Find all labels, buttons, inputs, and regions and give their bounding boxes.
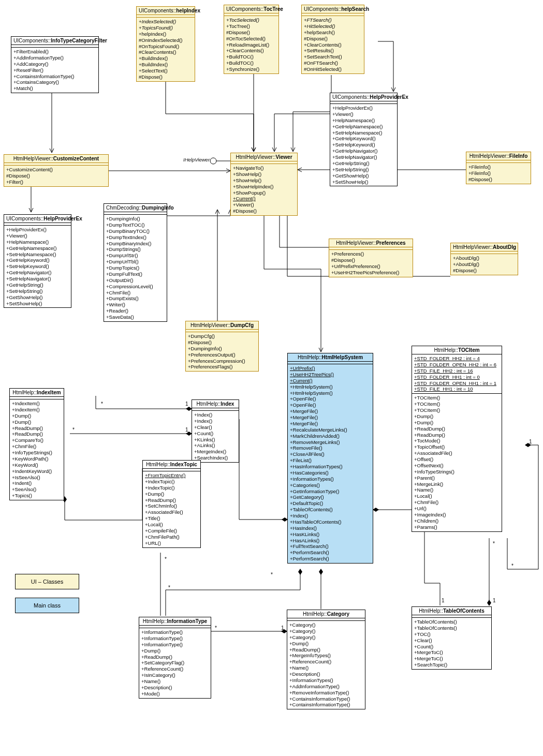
class-methods: +FileInfo()+FileInfo()#Dispose() — [466, 163, 531, 184]
class-methods: +UrlPrefix()+UseHH2TreePics()+Current()+… — [288, 364, 373, 563]
class-title: HtmlHelp::IndexTopic — [143, 461, 200, 469]
class-Viewer: HtmlHelpViewer::Viewer+NavigateTo()+Show… — [230, 153, 298, 216]
class-helpIndex: UIComponents::helpIndex+IndexSelected()+… — [136, 6, 195, 82]
class-title: UIComponents::TocTree — [224, 5, 278, 13]
class-title: HtmlHelp::HtmlHelpSystem — [288, 353, 373, 362]
class-HelpProviderEx-right: UIComponents::HelpProviderEx+HelpProvide… — [330, 93, 398, 186]
class-FileInfo: HtmlHelpViewer::FileInfo+FileInfo()+File… — [466, 152, 531, 184]
class-title: HtmlHelpViewer::Viewer — [231, 153, 297, 161]
mult: * — [493, 541, 495, 546]
interface-label: IHelpViewer — [183, 157, 210, 162]
class-title: HtmlHelp::Index — [192, 400, 239, 408]
class-AboutDlg: HtmlHelpViewer::AboutDlg+AboutDlg()+Abou… — [450, 243, 518, 275]
class-title: HtmlHelpViewer::FileInfo — [466, 152, 531, 160]
class-methods: +Category()+Category()+Category()+Dump()… — [287, 621, 365, 709]
class-methods: +DumpingInfo()+DumpTextTOC()+DumpBinaryT… — [104, 215, 167, 321]
mult: * — [215, 625, 217, 631]
class-title: UIComponents::helpIndex — [137, 7, 195, 15]
class-methods: +AboutDlg()+AboutDlg()#Dispose() — [451, 254, 518, 275]
class-methods: +HelpProviderEx()+Viewer()+HelpNamespace… — [4, 226, 71, 307]
class-attrs: +STD_FOLDER_HH2 : int = 4+STD_FOLDER_OPE… — [412, 354, 502, 394]
class-InformationType: HtmlHelp::InformationType+InformationTyp… — [139, 617, 211, 699]
class-title: HtmlHelp::TableOfContents — [412, 607, 491, 615]
class-title: HtmlHelp::Category — [287, 610, 365, 618]
class-title: UIComponents::HelpProviderEx — [4, 215, 71, 223]
class-methods: +TOCItem()+TOCItem()+TOCItem()+Dump()+Du… — [412, 394, 502, 531]
class-methods: +HelpProviderEx()+Viewer()+HelpNamespace… — [330, 104, 397, 186]
class-title: UIComponents::InfoTypeCategoryFilter — [11, 37, 98, 45]
mult: * — [101, 401, 103, 407]
class-methods: +TocSelected()+TocTree()#Dispose()#OnToc… — [224, 16, 278, 73]
class-methods: +Index()+Index()+Clear()+Count()+KLinks(… — [192, 411, 239, 462]
class-IndexTopic: HtmlHelp::IndexTopic+FromTopicEntry()+In… — [142, 460, 201, 548]
class-TOCItem: HtmlHelp::TOCItem+STD_FOLDER_HH2 : int =… — [412, 346, 502, 532]
mult: 1 — [185, 401, 188, 407]
class-title: HtmlHelpViewer::AboutDlg — [451, 243, 518, 251]
mult: * — [165, 556, 167, 562]
mult: 1 — [529, 439, 532, 444]
class-methods: +IndexSelected()+TopicsFound()+helpIndex… — [137, 18, 195, 81]
class-HelpProviderEx-left: UIComponents::HelpProviderEx+HelpProvide… — [4, 214, 71, 308]
class-title: HtmlHelp::InformationType — [139, 617, 211, 626]
class-methods: +CustomizeContent()#Dispose()+Filter() — [4, 166, 108, 186]
class-helpSearch: UIComponents::helpSearch+FTSearch()+HitS… — [301, 5, 364, 74]
svg-point-1 — [210, 158, 216, 164]
class-DumpingInfo: ChmDecoding::DumpingInfo+DumpingInfo()+D… — [104, 203, 167, 322]
class-title: HtmlHelpViewer::Preferences — [329, 239, 413, 247]
mult: 1 — [185, 427, 188, 433]
mult: 1 — [442, 598, 445, 603]
class-methods: +Preferences()#Dispose()+UrlPrefixPrefer… — [329, 250, 413, 277]
class-TableOfContents: HtmlHelp::TableOfContents+TableOfContent… — [412, 606, 492, 670]
class-title: HtmlHelp::TOCItem — [412, 346, 502, 354]
mult: * — [511, 563, 513, 569]
class-title: UIComponents::HelpProviderEx — [330, 93, 397, 101]
class-Category: HtmlHelp::Category+Category()+Category()… — [287, 610, 365, 709]
class-methods: +FTSearch()+HitSelected()+helpSearch()#D… — [302, 16, 364, 73]
class-methods: +NavigateTo()+ShowHelp()+ShowHelp()+Show… — [231, 164, 297, 215]
class-title: ChmDecoding::DumpingInfo — [104, 204, 167, 212]
class-title: HtmlHelpViewer::CustomizeContent — [4, 155, 108, 163]
class-methods: +InformationType()+InformationType()+Inf… — [139, 628, 211, 698]
class-TocTree: UIComponents::TocTree+TocSelected()+TocT… — [224, 5, 279, 74]
legend-ui: UI – Classes — [15, 574, 79, 589]
class-InfoTypeCategoryFilter: UIComponents::InfoTypeCategoryFilter+Fil… — [11, 36, 99, 93]
class-DumpCfg: HtmlHelpViewer::DumpCfg+DumpCfg()#Dispos… — [185, 321, 259, 372]
class-IndexItem: HtmlHelp::IndexItem+IndexItem()+IndexIte… — [9, 388, 64, 500]
legend-main: Main class — [15, 598, 79, 613]
class-Preferences: HtmlHelpViewer::Preferences+Preferences(… — [329, 239, 413, 277]
mult: * — [168, 585, 170, 590]
class-title: UIComponents::helpSearch — [302, 5, 364, 13]
class-methods: +TableOfContents()+TableOfContents()+TOC… — [412, 618, 491, 669]
mult: * — [271, 572, 273, 577]
class-title: HtmlHelpViewer::DumpCfg — [186, 321, 258, 330]
class-CustomizeContent: HtmlHelpViewer::CustomizeContent+Customi… — [4, 154, 109, 187]
mult: 1 — [281, 625, 284, 631]
class-Index: HtmlHelp::Index+Index()+Index()+Clear()+… — [192, 399, 239, 463]
class-methods: +FromTopicEntry()+IndexTopic()+IndexTopi… — [143, 471, 200, 547]
class-methods: +FilterEnabled()+AddInformationType()+Ad… — [11, 48, 98, 93]
mult: 1 — [493, 598, 496, 603]
mult: * — [72, 427, 75, 433]
class-HtmlHelpSystem: HtmlHelp::HtmlHelpSystem+UrlPrefix()+Use… — [287, 353, 373, 564]
class-methods: +IndexItem()+IndexItem()+Dump()+Dump()+R… — [10, 399, 64, 500]
class-title: HtmlHelp::IndexItem — [10, 389, 64, 397]
class-methods: +DumpCfg()#Dispose()+DumpingInfo()+Prefe… — [186, 332, 258, 371]
